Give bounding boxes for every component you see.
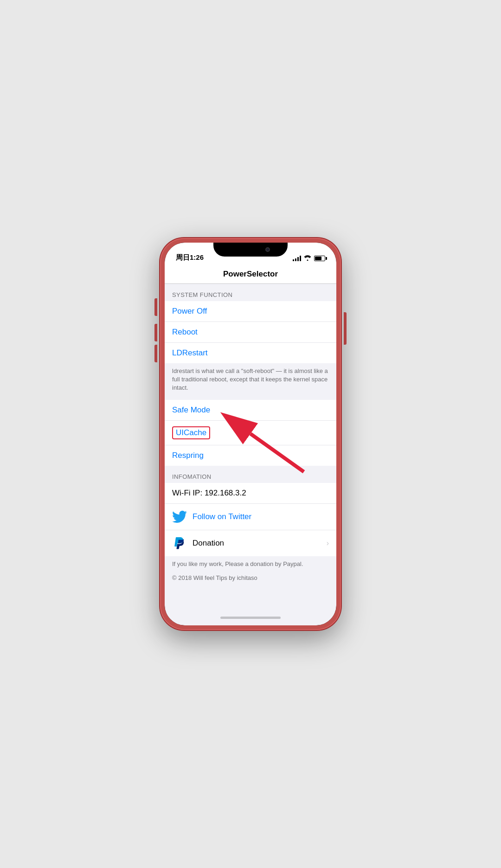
front-camera (265, 247, 270, 252)
system-function-group-2: Safe Mode UICache (165, 400, 336, 466)
phone-frame: 周日1:26 (160, 238, 341, 630)
wifi-icon (304, 255, 311, 262)
home-bar (220, 617, 281, 619)
screen: 周日1:26 (165, 243, 336, 625)
power-off-label: Power Off (172, 307, 207, 316)
wifi-ip-row: Wi-Fi IP: 192.168.3.2 (165, 483, 336, 504)
twitter-label: Follow on Twitter (193, 512, 251, 521)
status-time: 周日1:26 (176, 253, 204, 262)
information-group: Wi-Fi IP: 192.168.3.2 Follow on Twitter (165, 483, 336, 556)
donation-footer: If you like my work, Please a donation b… (165, 556, 336, 590)
nav-bar: PowerSelector (165, 265, 336, 284)
twitter-icon (172, 509, 187, 524)
power-off-row[interactable]: Power Off (165, 301, 336, 322)
uicache-row[interactable]: UICache (165, 421, 336, 445)
twitter-row[interactable]: Follow on Twitter (165, 504, 336, 530)
ldrestart-footer: ldrestart is what we call a "soft-reboot… (165, 363, 336, 400)
system-function-group: Power Off Reboot LDRestart (165, 301, 336, 363)
wifi-ip-label: Wi-Fi IP: 192.168.3.2 (172, 489, 246, 498)
notch (213, 243, 288, 257)
ldrestart-label: LDRestart (172, 348, 208, 358)
battery-icon (314, 256, 325, 261)
phone-inner: 周日1:26 (165, 243, 336, 625)
status-bar: 周日1:26 (165, 243, 336, 265)
signal-bars-icon (293, 256, 301, 261)
uicache-label: UICache (172, 426, 210, 439)
system-function-header: SYSTEM FUNCTION (165, 284, 336, 301)
content-area[interactable]: SYSTEM FUNCTION Power Off Reboot LDResta… (165, 284, 336, 610)
page-title: PowerSelector (223, 270, 278, 278)
respring-label: Respring (172, 451, 204, 460)
reboot-row[interactable]: Reboot (165, 322, 336, 343)
respring-row[interactable]: Respring (165, 445, 336, 466)
home-indicator (165, 610, 336, 625)
ldrestart-row[interactable]: LDRestart (165, 343, 336, 363)
safe-mode-row[interactable]: Safe Mode (165, 400, 336, 421)
chevron-right-icon: › (327, 539, 329, 547)
status-icons (293, 255, 325, 262)
reboot-label: Reboot (172, 328, 198, 337)
donation-label: Donation (193, 539, 224, 548)
information-header: INFOMATION (165, 466, 336, 483)
donation-row[interactable]: Donation › (165, 530, 336, 556)
safe-mode-label: Safe Mode (172, 405, 210, 415)
paypal-icon (172, 536, 187, 551)
